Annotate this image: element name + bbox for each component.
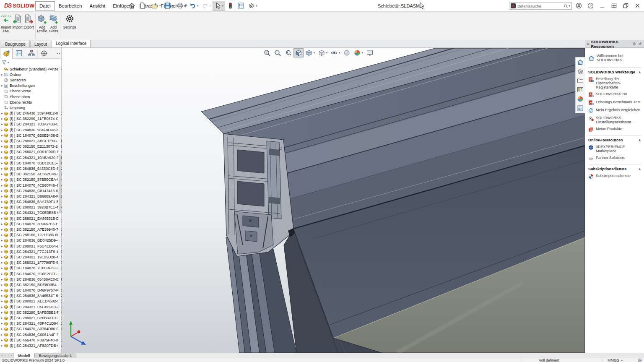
design-library-tab[interactable] <box>576 67 584 76</box>
redo-button[interactable]: ▾ <box>200 1 213 11</box>
expand-arrow-icon[interactable]: ▶ <box>0 333 4 336</box>
close-button[interactable] <box>631 0 643 11</box>
expand-arrow-icon[interactable]: ▶ <box>0 211 4 214</box>
expand-arrow-icon[interactable]: ▶ <box>0 151 4 153</box>
options-button[interactable]: ▾ <box>246 1 259 11</box>
expand-arrow-icon[interactable]: ▶ <box>0 73 4 76</box>
rebuild-button[interactable] <box>225 1 236 11</box>
hide-show-items-dropdown-icon[interactable]: ▾ <box>339 52 340 54</box>
tab-layout[interactable]: Layout <box>30 41 51 47</box>
section-header-solidworks-werkzeuge[interactable]: SOLIDWORKS Werkzeuge∧ <box>588 70 641 74</box>
zoom-to-fit-button[interactable] <box>262 48 272 57</box>
expand-arrow-icon[interactable]: ▶ <box>0 228 4 231</box>
tab-baugruppe[interactable]: Baugruppe <box>1 41 30 47</box>
custom-properties-tab[interactable] <box>576 104 584 113</box>
expand-arrow-icon[interactable]: ▶ <box>0 322 4 325</box>
user-account-button[interactable] <box>573 0 584 11</box>
tree-part-item[interactable]: ▶(f) [ SC 284836_05458AE0-B4F5- <box>0 276 62 282</box>
options-list-button[interactable] <box>236 1 246 11</box>
taskpane-link[interactable]: Partner Solutions <box>588 156 641 161</box>
tree-part-item[interactable]: ▶(f) [ SC 288166_12211086-6DE2- <box>0 232 62 238</box>
add-glass-button[interactable]: Add Glass <box>48 13 59 39</box>
expand-arrow-icon[interactable]: ▶ <box>0 162 4 164</box>
expand-arrow-icon[interactable]: ▶ <box>0 250 4 253</box>
menu-ansicht[interactable]: Ansicht <box>86 2 109 10</box>
expand-arrow-icon[interactable]: ▶ <box>0 311 4 314</box>
tree-part-item[interactable]: ▶(f) [ SC 382150_87B50CEA-905B- <box>0 177 62 182</box>
taskpane-link[interactable]: Leistungs-Benchmark-Test <box>588 100 641 105</box>
tree-scrollbar-thumb[interactable] <box>59 154 61 213</box>
tree-part-item[interactable]: ▶(f) [ SC 288021_3928B7E1-47F2-- <box>0 205 62 210</box>
new-document-dropdown-icon[interactable]: ▾ <box>147 5 148 7</box>
home-button[interactable] <box>127 1 137 11</box>
hide-show-items-button[interactable]: ▾ <box>329 48 341 57</box>
tree-part-item[interactable]: ▶(f) [ SC 184070_4C560F46-4A4F- <box>0 182 62 188</box>
solidworks-resources-tab[interactable] <box>576 57 584 67</box>
search-dropdown-icon[interactable]: ▾ <box>569 5 570 7</box>
expand-arrow-icon[interactable]: ▶ <box>0 223 4 225</box>
filter-funnel-icon[interactable] <box>2 60 7 65</box>
redo-dropdown-icon[interactable]: ▾ <box>210 5 211 7</box>
task-pane-options-gear-icon[interactable] <box>632 42 636 46</box>
propertymanager-tab[interactable] <box>13 48 25 59</box>
collapse-chevron-icon[interactable]: ∧ <box>639 167 641 171</box>
tree-part-item[interactable]: ▶(f) [ SC 288021_C20B3A1D-DEF1 <box>0 315 62 320</box>
tree-part-item[interactable]: ▶(f) [ SC 288021_0D01F03D-6DC3 <box>0 149 62 155</box>
expand-arrow-icon[interactable]: ▶ <box>0 245 4 247</box>
expand-arrow-icon[interactable]: ▶ <box>0 167 4 170</box>
tree-part-item[interactable]: ▶(f) [ SC 284836_964F9DA8-BAFE <box>0 127 62 133</box>
open-button[interactable]: ▾ <box>150 1 162 11</box>
tree-part-item[interactable]: ▶(f) [ SC 284321_7B3A7433-CAB3 <box>0 122 62 127</box>
tree-part-item[interactable]: ▶(f) [ SC 184070_309467E3-E5F8-- <box>0 221 62 227</box>
3d-model[interactable] <box>62 48 585 353</box>
expand-arrow-icon[interactable]: ▶ <box>0 306 4 308</box>
zoom-to-area-button[interactable] <box>273 48 283 57</box>
tree-part-item[interactable]: ▶(f) [ SC 184070_7C8C3F8C-3C70 <box>0 266 62 271</box>
apply-scene-dropdown-icon[interactable]: ▾ <box>362 52 363 54</box>
tree-part-item[interactable]: ▶(f) [ SC 284321_7C0E3E8B-9F41- <box>0 210 62 216</box>
tree-part-item[interactable]: ▶(f) [ SC 246438_3394F0E2-01B2-- <box>0 111 62 116</box>
tree-part-item[interactable]: ▶(f) [ SC 288021_EA865315-DA4D <box>0 216 62 221</box>
apply-scene-button[interactable]: ▾ <box>352 48 364 57</box>
expand-arrow-icon[interactable]: ▶ <box>0 317 4 319</box>
tree-scrollbar[interactable] <box>58 66 61 353</box>
expand-arrow-icon[interactable]: ▶ <box>0 284 4 286</box>
tree-item-ebene-rechts[interactable]: Ebene rechts <box>0 99 62 105</box>
view-palette-tab[interactable] <box>576 85 584 94</box>
dimxpertmanager-tab[interactable] <box>38 48 50 59</box>
model-tab-bewegungsstudie-1[interactable]: Bewegungsstudie 1 <box>35 353 77 358</box>
expand-arrow-icon[interactable]: ▶ <box>0 294 4 297</box>
tree-part-item[interactable]: ▶(f) [ SC 382290_21FE9674-CD68- <box>0 116 62 122</box>
expand-arrow-icon[interactable]: ▶ <box>0 195 4 198</box>
prev-tab-icon[interactable]: ‹ <box>5 354 6 357</box>
model-tab-nav[interactable]: «‹›» <box>0 353 14 358</box>
tree-item-beschriftungen[interactable]: ▶ABeschriftungen <box>0 83 62 89</box>
tree-part-item[interactable]: ▶(f) [ SC 288021_ABCF1E6C-CB32 <box>0 138 62 143</box>
undo-button[interactable]: ▾ <box>187 1 200 11</box>
expand-arrow-icon[interactable]: ▶ <box>0 178 4 181</box>
tree-part-item[interactable]: ▶(f) [ SC 284321_19ABA920-F0E3- <box>0 155 62 160</box>
section-header-online-ressourcen[interactable]: Online-Ressourcen∧ <box>588 138 641 142</box>
tree-part-item[interactable]: ▶(f) [ SC 184070_6B0E5438-EB45- <box>0 133 62 138</box>
expand-arrow-icon[interactable]: ▶ <box>0 217 4 220</box>
expand-arrow-icon[interactable]: ▶ <box>0 117 4 120</box>
next-tab-icon[interactable]: › <box>8 354 9 357</box>
taskpane-link[interactable]: 3DEXPERIENCE Marketplace <box>588 145 641 153</box>
import-button[interactable]: Import <box>12 13 23 39</box>
first-tab-icon[interactable]: « <box>1 354 3 357</box>
expand-arrow-icon[interactable]: ▶ <box>0 84 4 87</box>
expand-arrow-icon[interactable]: ▶ <box>0 156 4 159</box>
file-explorer-tab[interactable] <box>576 76 584 85</box>
section-view-button[interactable] <box>293 48 304 57</box>
taskpane-link[interactable]: Erstellung der Eigenschaften-Registerkar… <box>588 77 641 89</box>
taskpane-link[interactable]: SOLIDWORKS Einstellungsassistent <box>588 116 641 124</box>
export-button[interactable]: Export <box>23 13 34 39</box>
featuremanager-tree-tab[interactable] <box>0 48 13 59</box>
add-profile-button[interactable]: Add Profile <box>36 13 48 39</box>
tree-part-item[interactable]: ▶(f) [ SC 284836_8A46534F-6E24- <box>0 293 62 299</box>
tree-part-item[interactable]: ▶(f) [ SC 284836_C0061A4F-FEB6- <box>0 332 62 337</box>
expand-arrow-icon[interactable]: ▶ <box>0 140 4 142</box>
taskpane-link[interactable]: RSOLIDWORKS Rx <box>588 92 641 97</box>
tree-part-item[interactable]: ▶(f) [ SC 382150_BDE8D3B4-4F4D <box>0 282 62 287</box>
filter-dropdown-icon[interactable]: ▾ <box>8 61 9 64</box>
